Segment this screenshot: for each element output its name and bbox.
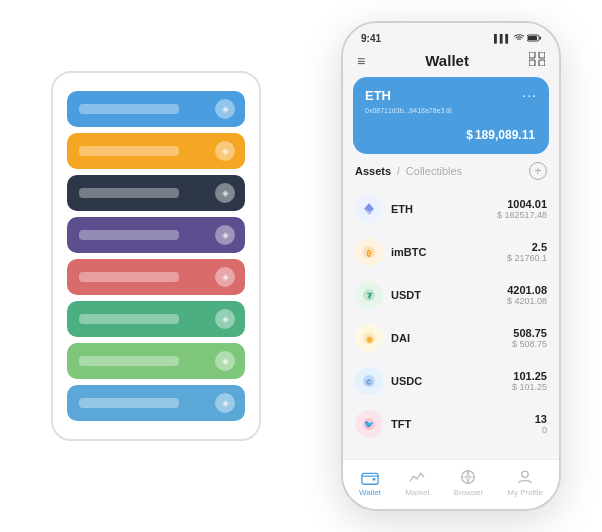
scene: ◈ ◈ ◈ ◈ ◈ ◈ ◈ ◈ <box>11 11 591 521</box>
list-item[interactable]: ◈ <box>67 343 245 379</box>
card-icon: ◈ <box>215 309 235 329</box>
phone-content: ETH ··· 0x08711d3b...8418a78e3 ⊞ $189,08… <box>343 77 559 459</box>
nav-label-wallet: Wallet <box>359 488 381 497</box>
asset-primary-amount: 508.75 <box>512 327 547 339</box>
imbtc-icon: ₿ <box>355 238 383 266</box>
asset-list: ETH 1004.01 $ 162517.48 ₿ imBTC 2.5 $ 21… <box>353 188 549 459</box>
status-time: 9:41 <box>361 33 381 44</box>
table-row[interactable]: ETH 1004.01 $ 162517.48 <box>353 188 549 231</box>
card-label <box>79 104 179 114</box>
eth-card-menu[interactable]: ··· <box>522 87 537 103</box>
list-item[interactable]: ◈ <box>67 385 245 421</box>
asset-usd-amount: 0 <box>535 425 547 435</box>
page-title: Wallet <box>425 52 469 69</box>
card-icon: ◈ <box>215 99 235 119</box>
status-icons: ▌▌▌ <box>494 34 541 44</box>
battery-icon <box>527 34 541 44</box>
asset-amounts: 1004.01 $ 162517.48 <box>497 198 547 220</box>
tab-assets[interactable]: Assets <box>355 165 391 177</box>
nav-label-market: Market <box>405 488 429 497</box>
usdt-icon: ₮ <box>355 281 383 309</box>
nav-item-market[interactable]: Market <box>405 468 429 497</box>
asset-primary-amount: 13 <box>535 413 547 425</box>
card-label <box>79 356 179 366</box>
table-row[interactable]: ◉ DAI 508.75 $ 508.75 <box>353 317 549 360</box>
svg-rect-2 <box>540 36 542 39</box>
svg-rect-6 <box>539 60 545 66</box>
eth-card-title: ETH <box>365 88 391 103</box>
card-label <box>79 146 179 156</box>
table-row[interactable]: 🐦 TFT 13 0 <box>353 403 549 446</box>
table-row[interactable]: ₮ USDT 4201.08 $ 4201.08 <box>353 274 549 317</box>
tab-collectibles[interactable]: Collectibles <box>406 165 462 177</box>
tft-icon: 🐦 <box>355 410 383 438</box>
svg-text:◉: ◉ <box>366 335 373 344</box>
nav-label-profile: My Profile <box>507 488 543 497</box>
eth-card-top: ETH ··· <box>365 87 537 103</box>
card-icon: ◈ <box>215 183 235 203</box>
eth-card-address: 0x08711d3b...8418a78e3 ⊞ <box>365 107 537 115</box>
asset-name: DAI <box>391 332 512 344</box>
card-label <box>79 398 179 408</box>
svg-rect-21 <box>373 478 376 481</box>
list-item[interactable]: ◈ <box>67 133 245 169</box>
expand-icon[interactable] <box>529 52 545 69</box>
card-icon: ◈ <box>215 351 235 371</box>
menu-icon[interactable]: ≡ <box>357 53 365 69</box>
svg-text:©: © <box>366 378 372 387</box>
currency-symbol: $ <box>466 128 473 142</box>
svg-rect-20 <box>362 473 378 484</box>
tab-separator: / <box>397 166 400 177</box>
table-row[interactable]: © USDC 101.25 $ 101.25 <box>353 360 549 403</box>
eth-card[interactable]: ETH ··· 0x08711d3b...8418a78e3 ⊞ $189,08… <box>353 77 549 154</box>
asset-amounts: 508.75 $ 508.75 <box>512 327 547 349</box>
list-item[interactable]: ◈ <box>67 217 245 253</box>
card-label <box>79 188 179 198</box>
list-item[interactable]: ◈ <box>67 175 245 211</box>
nav-item-browser[interactable]: Browser <box>454 468 483 497</box>
card-label <box>79 314 179 324</box>
asset-amounts: 2.5 $ 21760.1 <box>507 241 547 263</box>
card-stack: ◈ ◈ ◈ ◈ ◈ ◈ ◈ ◈ <box>51 71 261 441</box>
asset-primary-amount: 1004.01 <box>497 198 547 210</box>
list-item[interactable]: ◈ <box>67 91 245 127</box>
list-item[interactable]: ◈ <box>67 301 245 337</box>
nav-item-wallet[interactable]: Wallet <box>359 468 381 497</box>
card-icon: ◈ <box>215 393 235 413</box>
add-asset-button[interactable]: + <box>529 162 547 180</box>
svg-rect-1 <box>528 36 537 40</box>
assets-tabs: Assets / Collectibles <box>355 165 462 177</box>
list-item[interactable]: ◈ <box>67 259 245 295</box>
asset-primary-amount: 2.5 <box>507 241 547 253</box>
svg-text:🐦: 🐦 <box>364 419 374 429</box>
asset-amounts: 4201.08 $ 4201.08 <box>507 284 547 306</box>
phone: 9:41 ▌▌▌ ≡ Wallet E <box>341 21 561 511</box>
asset-name: imBTC <box>391 246 507 258</box>
asset-amounts: 13 0 <box>535 413 547 435</box>
asset-name: USDC <box>391 375 512 387</box>
usdc-icon: © <box>355 367 383 395</box>
eth-icon <box>355 195 383 223</box>
eth-card-balance: $189,089.11 <box>365 121 537 144</box>
asset-name: ETH <box>391 203 497 215</box>
svg-rect-5 <box>529 60 535 66</box>
asset-name: TFT <box>391 418 535 430</box>
card-label <box>79 272 179 282</box>
asset-primary-amount: 4201.08 <box>507 284 547 296</box>
balance-value: 189,089.11 <box>475 128 535 142</box>
card-label <box>79 230 179 240</box>
asset-usd-amount: $ 4201.08 <box>507 296 547 306</box>
asset-name: USDT <box>391 289 507 301</box>
asset-usd-amount: $ 162517.48 <box>497 210 547 220</box>
nav-item-profile[interactable]: My Profile <box>507 468 543 497</box>
asset-usd-amount: $ 101.25 <box>512 382 547 392</box>
asset-primary-amount: 101.25 <box>512 370 547 382</box>
table-row[interactable]: ₿ imBTC 2.5 $ 21760.1 <box>353 231 549 274</box>
phone-header: ≡ Wallet <box>343 48 559 77</box>
card-icon: ◈ <box>215 225 235 245</box>
card-icon: ◈ <box>215 267 235 287</box>
status-bar: 9:41 ▌▌▌ <box>343 23 559 48</box>
assets-header: Assets / Collectibles + <box>353 162 549 180</box>
svg-rect-4 <box>539 52 545 58</box>
card-icon: ◈ <box>215 141 235 161</box>
